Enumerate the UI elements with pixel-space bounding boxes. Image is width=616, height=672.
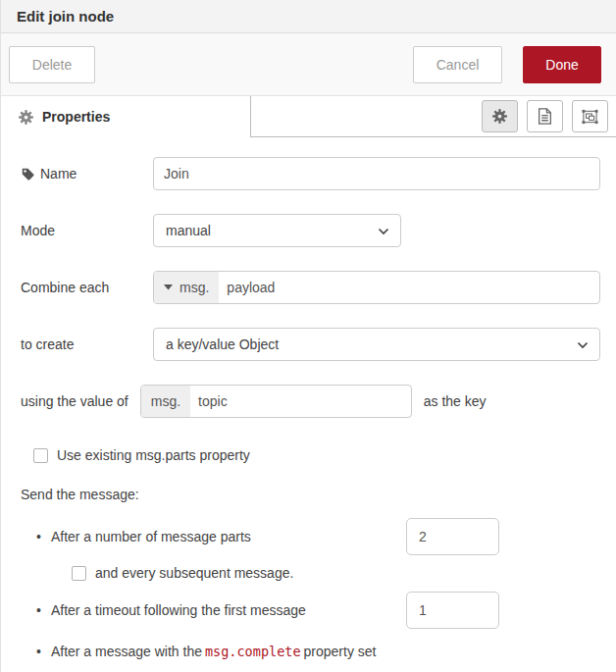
combine-type-label: msg. <box>180 280 209 295</box>
after-complete-row: • After a message with the msg.complete … <box>36 642 616 661</box>
tag-icon <box>21 167 34 181</box>
mode-row: Mode manual <box>21 214 600 247</box>
description-pane-button[interactable] <box>527 100 563 132</box>
to-create-label: to create <box>21 336 153 352</box>
dialog-header: Edit join node <box>1 0 616 33</box>
gear-icon <box>19 110 33 125</box>
chevron-down-icon <box>378 228 389 235</box>
key-suffix-label: as the key <box>424 393 487 409</box>
bullet: • <box>36 644 41 659</box>
done-button[interactable]: Done <box>523 46 601 83</box>
edit-join-node-dialog: Edit join node Delete Cancel Done <box>0 0 616 672</box>
chevron-down-icon <box>577 341 589 349</box>
combine-type-button[interactable]: msg. <box>154 272 219 303</box>
subsequent-checkbox[interactable] <box>72 566 86 581</box>
dialog-toolbar: Delete Cancel Done <box>1 33 616 96</box>
properties-pane-button[interactable] <box>482 100 518 132</box>
key-type-label: msg. <box>151 393 180 409</box>
key-label: using the value of <box>21 393 128 409</box>
bullet: • <box>36 602 41 618</box>
combine-label: Combine each <box>21 280 153 295</box>
bullet: • <box>36 529 41 544</box>
editor-pane-buttons <box>482 96 616 136</box>
name-input[interactable] <box>153 157 600 190</box>
tab-bar: Properties <box>1 96 616 137</box>
combine-row: Combine each msg. payload <box>21 271 600 304</box>
after-timeout-label: After a timeout following the first mess… <box>51 602 306 618</box>
gear-icon <box>492 109 507 124</box>
after-count-row: • After a number of message parts <box>36 518 616 555</box>
toolbar-right-group: Cancel Done <box>413 46 601 83</box>
use-parts-label: Use existing msg.parts property <box>57 447 250 463</box>
subsequent-row: and every subsequent message. <box>72 563 616 583</box>
use-parts-checkbox[interactable] <box>33 448 48 463</box>
name-label: Name <box>21 166 153 181</box>
use-parts-row: Use existing msg.parts property <box>33 445 616 465</box>
cancel-button[interactable]: Cancel <box>413 46 502 83</box>
msg-complete-code: msg.complete <box>202 644 304 659</box>
name-row: Name <box>21 157 600 190</box>
tab-properties[interactable]: Properties <box>1 96 251 137</box>
after-complete-text-after: property set <box>304 644 377 659</box>
to-create-select[interactable]: a key/value Object <box>153 328 600 361</box>
after-complete-text-before: After a message with the <box>51 644 202 659</box>
key-typed-input: msg. topic <box>140 385 412 418</box>
tab-properties-label: Properties <box>42 109 110 125</box>
send-message-heading: Send the message: <box>21 487 616 506</box>
after-timeout-row: • After a timeout following the first me… <box>36 592 616 629</box>
combine-value[interactable]: payload <box>219 272 275 303</box>
timeout-input[interactable] <box>406 592 499 629</box>
to-create-select-value: a key/value Object <box>166 336 279 352</box>
key-value[interactable]: topic <box>190 386 228 417</box>
to-create-row: to create a key/value Object <box>21 328 600 361</box>
subsequent-label: and every subsequent message. <box>95 565 293 581</box>
mode-select[interactable]: manual <box>153 214 401 247</box>
mode-select-value: manual <box>166 223 211 238</box>
appearance-frame-icon <box>582 109 598 125</box>
count-input[interactable] <box>406 518 499 555</box>
delete-button[interactable]: Delete <box>9 46 95 83</box>
dialog-title: Edit join node <box>17 8 114 25</box>
appearance-pane-button[interactable] <box>572 100 608 132</box>
document-icon <box>538 108 552 125</box>
key-row: using the value of msg. topic as the key <box>21 385 600 418</box>
properties-form: Name Mode manual Combine each <box>1 137 616 661</box>
combine-typed-input: msg. payload <box>153 271 600 304</box>
caret-down-icon <box>164 284 173 290</box>
key-type-button[interactable]: msg. <box>141 386 190 417</box>
mode-label: Mode <box>21 223 153 238</box>
after-count-label: After a number of message parts <box>51 529 251 544</box>
